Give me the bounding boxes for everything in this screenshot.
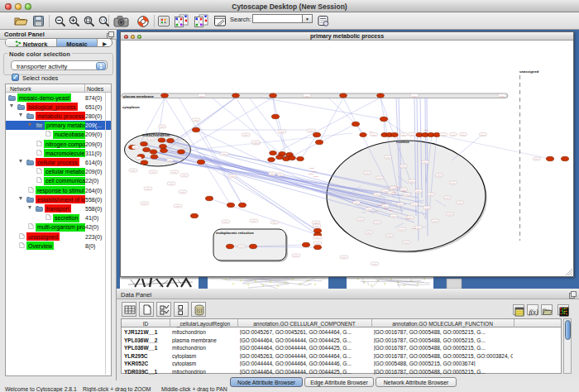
svg-text:xxxx: xxxx xyxy=(373,263,378,265)
svg-text:xxxx: xxxx xyxy=(417,227,422,229)
svg-text:xxxx: xxxx xyxy=(438,174,443,177)
svg-text:xxxx: xxxx xyxy=(372,134,377,136)
svg-text:xxxx: xxxx xyxy=(458,202,463,204)
svg-text:xxxx: xxxx xyxy=(374,210,379,213)
svg-text:1:1: 1:1 xyxy=(101,18,106,22)
svg-text:xxxx: xxxx xyxy=(433,220,438,222)
svg-text:xxxx: xxxx xyxy=(389,209,394,212)
svg-text:mitochondrion: mitochondrion xyxy=(142,133,170,137)
svg-text:xxxx: xxxx xyxy=(399,203,404,206)
svg-text:xxxx: xxxx xyxy=(413,203,418,206)
svg-text:xxxx: xxxx xyxy=(417,190,422,193)
svg-text:xxxx: xxxx xyxy=(181,191,186,194)
svg-text:xxxx: xxxx xyxy=(160,126,165,128)
svg-text:xxxx: xxxx xyxy=(386,156,391,159)
svg-text:xxxx: xxxx xyxy=(316,237,321,239)
svg-text:xxxx: xxxx xyxy=(342,256,347,259)
svg-text:xxxx: xxxx xyxy=(376,194,380,196)
svg-text:xxxx: xxxx xyxy=(446,197,451,199)
svg-text:xxxx: xxxx xyxy=(500,95,505,98)
svg-text:xxxx: xxxx xyxy=(423,161,428,164)
svg-text:xxxx: xxxx xyxy=(410,180,415,183)
svg-text:xxxx: xxxx xyxy=(223,153,227,155)
svg-text:unassigned: unassigned xyxy=(519,69,539,74)
svg-text:xxxx: xxxx xyxy=(270,173,275,175)
svg-text:xxxx: xxxx xyxy=(367,208,372,211)
svg-text:xxxx: xxxx xyxy=(402,190,407,193)
svg-text:xxxx: xxxx xyxy=(176,205,181,208)
svg-text:xxxx: xxxx xyxy=(146,188,151,190)
svg-text:xxxx: xxxx xyxy=(170,183,175,185)
svg-text:xxxx: xxxx xyxy=(376,222,380,224)
svg-text:xxxx: xxxx xyxy=(378,177,383,179)
svg-text:xxxx: xxxx xyxy=(355,202,360,204)
svg-text:endoplasmic reticulum: endoplasmic reticulum xyxy=(216,231,254,235)
svg-text:xxxx: xxxx xyxy=(429,194,434,196)
svg-text:xxxx: xxxx xyxy=(200,95,205,98)
svg-text:xxxx: xxxx xyxy=(143,203,148,205)
svg-text:xxxx: xxxx xyxy=(240,246,245,248)
svg-text:xxxx: xxxx xyxy=(442,134,447,136)
svg-text:xxxx: xxxx xyxy=(413,95,418,98)
svg-text:xxxx: xxxx xyxy=(273,222,278,224)
svg-text:xxxx: xxxx xyxy=(452,182,457,184)
svg-text:xxxx: xxxx xyxy=(400,228,405,231)
svg-text:xxxx: xxxx xyxy=(402,165,407,168)
svg-text:xxxx: xxxx xyxy=(377,204,382,207)
svg-text:xxxx: xxxx xyxy=(425,207,430,209)
svg-text:xxxx: xxxx xyxy=(316,242,321,245)
svg-text:xxxx: xxxx xyxy=(366,172,371,174)
svg-text:xxxx: xxxx xyxy=(448,213,453,216)
svg-text:xxxx: xxxx xyxy=(151,171,156,174)
svg-text:xxxx: xxxx xyxy=(405,218,410,220)
svg-text:xxxx: xxxx xyxy=(395,186,400,189)
svg-text:xxxx: xxxx xyxy=(173,171,178,174)
svg-text:nucleus: nucleus xyxy=(396,140,409,144)
svg-text:xxxx: xxxx xyxy=(315,225,320,227)
svg-text:xxxxx: xxxxx xyxy=(423,129,429,131)
svg-text:xxxx: xxxx xyxy=(254,141,259,144)
svg-text:xxxx: xxxx xyxy=(410,134,415,136)
svg-text:plasma membrane: plasma membrane xyxy=(123,94,154,98)
svg-text:cytoplasm: cytoplasm xyxy=(122,105,140,109)
svg-text:xxxx: xxxx xyxy=(481,134,486,136)
svg-text:xxxx: xxxx xyxy=(381,202,386,204)
svg-text:xxxx: xxxx xyxy=(224,221,229,223)
svg-text:xxxx: xxxx xyxy=(194,119,199,122)
svg-text:xxxx: xxxx xyxy=(402,134,407,136)
svg-text:xxxx: xxxx xyxy=(294,255,299,257)
svg-text:xxxxx: xxxxx xyxy=(309,167,315,170)
svg-text:xxxx: xxxx xyxy=(404,241,409,244)
svg-text:xxxx: xxxx xyxy=(388,235,393,237)
svg-text:xxxx: xxxx xyxy=(359,218,364,221)
svg-text:xxxx: xxxx xyxy=(367,232,372,234)
svg-text:xxxx: xxxx xyxy=(535,158,540,160)
svg-text:xxxx: xxxx xyxy=(252,220,257,222)
svg-text:xxxx: xxxx xyxy=(309,130,314,132)
svg-text:xxxx: xxxx xyxy=(452,134,457,136)
svg-text:xxxx: xxxx xyxy=(132,170,136,172)
svg-text:xxxx: xxxx xyxy=(314,222,319,224)
svg-text:xxxx: xxxx xyxy=(405,194,410,196)
svg-text:xxxx: xxxx xyxy=(384,208,389,210)
svg-text:xxxx: xxxx xyxy=(392,191,397,194)
svg-text:xxxx: xxxx xyxy=(462,134,467,136)
svg-text:f(x): f(x) xyxy=(529,308,538,316)
svg-text:xxxx: xxxx xyxy=(280,131,285,133)
svg-text:xxxx: xxxx xyxy=(231,175,236,178)
svg-text:xxxxx: xxxxx xyxy=(313,175,319,178)
svg-text:xxxx: xxxx xyxy=(183,174,188,177)
svg-text:xxxx: xxxx xyxy=(244,134,249,136)
svg-text:xxxx: xxxx xyxy=(412,227,417,230)
svg-text:xxxx: xxxx xyxy=(392,215,397,218)
svg-text:xxxx: xxxx xyxy=(305,95,310,98)
